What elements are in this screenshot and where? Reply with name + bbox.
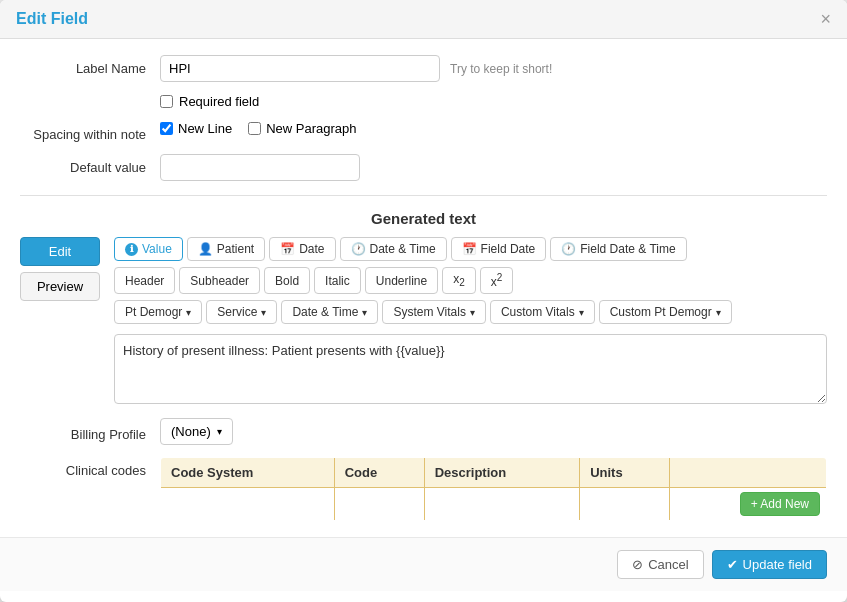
hint-text: Try to keep it short! <box>450 55 552 76</box>
edit-field-modal: Edit Field × Label Name Try to keep it s… <box>0 0 847 602</box>
required-field-label[interactable]: Required field <box>179 94 259 109</box>
col-header-actions <box>670 458 827 488</box>
new-line-label[interactable]: New Line <box>160 121 232 136</box>
date-time-button[interactable]: 🕐 Date & Time <box>340 237 447 261</box>
required-field-label-spacer <box>20 94 160 100</box>
btn-row-3: Pt Demogr Service Date & Time System Vit… <box>114 300 827 324</box>
cancel-icon: ⊘ <box>632 557 643 572</box>
spacing-options: New Line New Paragraph <box>160 121 357 136</box>
subscript-button[interactable]: x2 <box>442 267 476 294</box>
col-header-units: Units <box>580 458 670 488</box>
generated-text-title: Generated text <box>20 210 827 227</box>
col-header-code: Code <box>334 458 424 488</box>
btn-row-1: ℹ Value 👤 Patient 📅 Date 🕐 <box>114 237 827 261</box>
clinical-label: Clinical codes <box>20 457 160 478</box>
main-content-area: ℹ Value 👤 Patient 📅 Date 🕐 <box>114 237 827 404</box>
date-button[interactable]: 📅 Date <box>269 237 335 261</box>
modal-header: Edit Field × <box>0 0 847 39</box>
underline-button[interactable]: Underline <box>365 267 438 294</box>
update-field-button[interactable]: ✔ Update field <box>712 550 827 579</box>
required-field-checkbox[interactable] <box>160 95 173 108</box>
btn-row-2: Header Subheader Bold Italic Underline <box>114 267 827 294</box>
subheader-button[interactable]: Subheader <box>179 267 260 294</box>
required-field-checkbox-row: Required field <box>160 94 259 109</box>
billing-dropdown[interactable]: (None) <box>160 418 233 445</box>
table-row-empty: + Add New <box>161 488 827 521</box>
modal-body: Label Name Try to keep it short! Require… <box>0 39 847 537</box>
clock2-icon: 🕐 <box>561 242 576 256</box>
custom-vitals-dropdown[interactable]: Custom Vitals <box>490 300 595 324</box>
label-name-row: Label Name Try to keep it short! <box>20 55 827 82</box>
clinical-table-wrapper: Code System Code Description Units <box>160 457 827 521</box>
new-paragraph-checkbox[interactable] <box>248 122 261 135</box>
bold-button[interactable]: Bold <box>264 267 310 294</box>
date-time2-dropdown[interactable]: Date & Time <box>281 300 378 324</box>
value-button[interactable]: ℹ Value <box>114 237 183 261</box>
clock-icon: 🕐 <box>351 242 366 256</box>
label-name-input[interactable] <box>160 55 440 82</box>
field-date-button[interactable]: 📅 Field Date <box>451 237 547 261</box>
header-button[interactable]: Header <box>114 267 175 294</box>
required-field-row: Required field <box>20 94 827 109</box>
col-header-code-system: Code System <box>161 458 335 488</box>
add-new-button[interactable]: + Add New <box>740 492 820 516</box>
generated-text-section: Generated text Edit Preview ℹ Value <box>20 210 827 404</box>
tabs-and-content: Edit Preview ℹ Value 👤 Patient <box>20 237 827 404</box>
table-header-row: Code System Code Description Units <box>161 458 827 488</box>
label-name-label: Label Name <box>20 55 160 76</box>
modal-title: Edit Field <box>16 10 88 28</box>
calendar2-icon: 📅 <box>462 242 477 256</box>
divider <box>20 195 827 196</box>
close-button[interactable]: × <box>820 10 831 28</box>
superscript-button[interactable]: x2 <box>480 267 514 294</box>
patient-button[interactable]: 👤 Patient <box>187 237 265 261</box>
new-line-checkbox[interactable] <box>160 122 173 135</box>
custom-pt-demogr-dropdown[interactable]: Custom Pt Demogr <box>599 300 732 324</box>
clinical-table: Code System Code Description Units <box>160 457 827 521</box>
default-value-label: Default value <box>20 154 160 175</box>
clinical-codes-section: Clinical codes Code System Code Descript… <box>20 457 827 521</box>
info-icon: ℹ <box>125 243 138 256</box>
calendar-icon: 📅 <box>280 242 295 256</box>
system-vitals-dropdown[interactable]: System Vitals <box>382 300 485 324</box>
pt-demogr-dropdown[interactable]: Pt Demogr <box>114 300 202 324</box>
spacing-label: Spacing within note <box>20 121 160 142</box>
checkmark-icon: ✔ <box>727 557 738 572</box>
billing-label: Billing Profile <box>20 421 160 442</box>
person-icon: 👤 <box>198 242 213 256</box>
billing-row: Billing Profile (None) <box>20 418 827 445</box>
new-paragraph-label[interactable]: New Paragraph <box>248 121 356 136</box>
default-value-input[interactable] <box>160 154 360 181</box>
field-date-time-button[interactable]: 🕐 Field Date & Time <box>550 237 686 261</box>
col-header-description: Description <box>424 458 579 488</box>
modal-footer: ⊘ Cancel ✔ Update field <box>0 537 847 591</box>
tab-column: Edit Preview <box>20 237 100 404</box>
spacing-row: Spacing within note New Line New Paragra… <box>20 121 827 142</box>
edit-tab[interactable]: Edit <box>20 237 100 266</box>
cancel-button[interactable]: ⊘ Cancel <box>617 550 703 579</box>
preview-tab[interactable]: Preview <box>20 272 100 301</box>
italic-button[interactable]: Italic <box>314 267 361 294</box>
service-dropdown[interactable]: Service <box>206 300 277 324</box>
default-value-row: Default value <box>20 154 827 181</box>
generated-text-textarea[interactable]: History of present illness: Patient pres… <box>114 334 827 404</box>
